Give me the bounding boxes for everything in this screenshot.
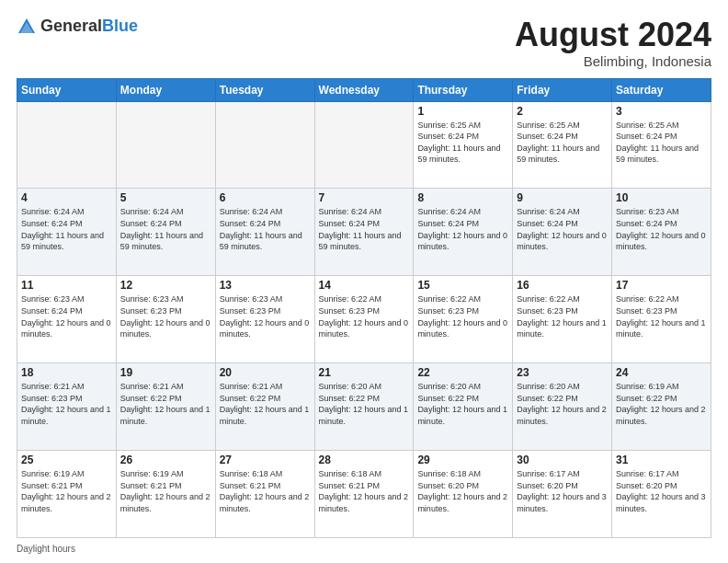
day-info: Sunrise: 6:18 AMSunset: 6:20 PMDaylight:… (417, 468, 508, 514)
calendar-cell: 15Sunrise: 6:22 AMSunset: 6:23 PMDayligh… (414, 276, 513, 363)
calendar-week-row: 1Sunrise: 6:25 AMSunset: 6:24 PMDaylight… (17, 101, 711, 189)
day-info: Sunrise: 6:24 AMSunset: 6:24 PMDaylight:… (417, 206, 508, 252)
day-number: 7 (319, 191, 410, 204)
footer: Daylight hours (17, 544, 711, 554)
calendar-cell: 22Sunrise: 6:20 AMSunset: 6:22 PMDayligh… (414, 363, 513, 451)
day-number: 18 (21, 366, 112, 379)
daylight-label: Daylight hours (17, 544, 75, 554)
calendar-cell: 25Sunrise: 6:19 AMSunset: 6:21 PMDayligh… (17, 451, 117, 538)
day-info: Sunrise: 6:25 AMSunset: 6:24 PMDaylight:… (417, 120, 508, 166)
day-number: 3 (616, 105, 707, 118)
calendar-cell (215, 101, 314, 189)
day-info: Sunrise: 6:20 AMSunset: 6:22 PMDaylight:… (319, 381, 410, 427)
day-info: Sunrise: 6:20 AMSunset: 6:22 PMDaylight:… (417, 381, 508, 427)
day-number: 17 (616, 279, 707, 292)
day-number: 1 (417, 105, 508, 118)
calendar-cell: 20Sunrise: 6:21 AMSunset: 6:22 PMDayligh… (215, 363, 314, 451)
day-info: Sunrise: 6:22 AMSunset: 6:23 PMDaylight:… (319, 293, 410, 339)
day-info: Sunrise: 6:24 AMSunset: 6:24 PMDaylight:… (220, 206, 311, 252)
day-info: Sunrise: 6:17 AMSunset: 6:20 PMDaylight:… (517, 468, 608, 514)
day-info: Sunrise: 6:24 AMSunset: 6:24 PMDaylight:… (517, 206, 608, 252)
day-info: Sunrise: 6:21 AMSunset: 6:23 PMDaylight:… (21, 381, 112, 427)
calendar-week-row: 18Sunrise: 6:21 AMSunset: 6:23 PMDayligh… (17, 363, 711, 451)
day-number: 25 (21, 454, 112, 466)
day-info: Sunrise: 6:24 AMSunset: 6:24 PMDaylight:… (21, 206, 112, 252)
day-info: Sunrise: 6:22 AMSunset: 6:23 PMDaylight:… (616, 293, 707, 339)
header: GeneralBlue August 2024 Belimbing, Indon… (17, 17, 711, 69)
page: GeneralBlue August 2024 Belimbing, Indon… (0, 0, 728, 563)
calendar-day-header: Monday (116, 78, 215, 101)
day-number: 4 (21, 191, 112, 204)
day-number: 14 (319, 279, 410, 292)
calendar-cell: 23Sunrise: 6:20 AMSunset: 6:22 PMDayligh… (513, 363, 612, 451)
calendar-cell: 3Sunrise: 6:25 AMSunset: 6:24 PMDaylight… (612, 101, 711, 189)
calendar-header-row: SundayMondayTuesdayWednesdayThursdayFrid… (17, 78, 711, 101)
day-info: Sunrise: 6:18 AMSunset: 6:21 PMDaylight:… (220, 468, 311, 514)
day-info: Sunrise: 6:21 AMSunset: 6:22 PMDaylight:… (220, 381, 311, 427)
calendar-cell: 28Sunrise: 6:18 AMSunset: 6:21 PMDayligh… (314, 451, 414, 538)
day-info: Sunrise: 6:23 AMSunset: 6:23 PMDaylight:… (120, 293, 211, 339)
calendar-cell: 18Sunrise: 6:21 AMSunset: 6:23 PMDayligh… (17, 363, 117, 451)
calendar-cell: 27Sunrise: 6:18 AMSunset: 6:21 PMDayligh… (215, 451, 314, 538)
calendar-cell: 9Sunrise: 6:24 AMSunset: 6:24 PMDaylight… (513, 189, 612, 276)
day-info: Sunrise: 6:19 AMSunset: 6:21 PMDaylight:… (120, 468, 211, 514)
day-info: Sunrise: 6:25 AMSunset: 6:24 PMDaylight:… (517, 120, 608, 166)
calendar-day-header: Sunday (17, 78, 117, 101)
day-number: 22 (417, 366, 508, 379)
day-info: Sunrise: 6:23 AMSunset: 6:23 PMDaylight:… (220, 293, 311, 339)
calendar-table: SundayMondayTuesdayWednesdayThursdayFrid… (17, 78, 711, 538)
day-info: Sunrise: 6:24 AMSunset: 6:24 PMDaylight:… (120, 206, 211, 252)
calendar-week-row: 4Sunrise: 6:24 AMSunset: 6:24 PMDaylight… (17, 189, 711, 276)
title-block: August 2024 Belimbing, Indonesia (515, 17, 711, 69)
calendar-cell: 6Sunrise: 6:24 AMSunset: 6:24 PMDaylight… (215, 189, 314, 276)
calendar-body: 1Sunrise: 6:25 AMSunset: 6:24 PMDaylight… (17, 101, 711, 537)
calendar-cell: 21Sunrise: 6:20 AMSunset: 6:22 PMDayligh… (314, 363, 414, 451)
day-number: 31 (616, 454, 707, 466)
day-info: Sunrise: 6:22 AMSunset: 6:23 PMDaylight:… (417, 293, 508, 339)
calendar-cell (314, 101, 414, 189)
logo-general: General (40, 17, 102, 35)
day-number: 23 (517, 366, 608, 379)
page-title: August 2024 (515, 17, 711, 53)
day-number: 16 (517, 279, 608, 292)
day-number: 21 (319, 366, 410, 379)
logo: GeneralBlue (17, 17, 138, 37)
day-info: Sunrise: 6:19 AMSunset: 6:21 PMDaylight:… (21, 468, 112, 514)
calendar-cell (17, 101, 117, 189)
calendar-cell: 4Sunrise: 6:24 AMSunset: 6:24 PMDaylight… (17, 189, 117, 276)
calendar-cell: 17Sunrise: 6:22 AMSunset: 6:23 PMDayligh… (612, 276, 711, 363)
day-number: 28 (319, 454, 410, 466)
calendar-day-header: Friday (513, 78, 612, 101)
calendar-cell: 7Sunrise: 6:24 AMSunset: 6:24 PMDaylight… (314, 189, 414, 276)
day-info: Sunrise: 6:22 AMSunset: 6:23 PMDaylight:… (517, 293, 608, 339)
day-number: 19 (120, 366, 211, 379)
calendar-cell: 13Sunrise: 6:23 AMSunset: 6:23 PMDayligh… (215, 276, 314, 363)
day-number: 5 (120, 191, 211, 204)
calendar-day-header: Saturday (612, 78, 711, 101)
calendar-cell: 1Sunrise: 6:25 AMSunset: 6:24 PMDaylight… (414, 101, 513, 189)
day-number: 20 (220, 366, 311, 379)
day-number: 15 (417, 279, 508, 292)
day-number: 29 (417, 454, 508, 466)
calendar-cell: 11Sunrise: 6:23 AMSunset: 6:24 PMDayligh… (17, 276, 117, 363)
day-info: Sunrise: 6:18 AMSunset: 6:21 PMDaylight:… (319, 468, 410, 514)
page-location: Belimbing, Indonesia (515, 53, 711, 69)
calendar-cell: 29Sunrise: 6:18 AMSunset: 6:20 PMDayligh… (414, 451, 513, 538)
day-info: Sunrise: 6:19 AMSunset: 6:22 PMDaylight:… (616, 381, 707, 427)
day-number: 13 (220, 279, 311, 292)
day-info: Sunrise: 6:17 AMSunset: 6:20 PMDaylight:… (616, 468, 707, 514)
day-info: Sunrise: 6:23 AMSunset: 6:24 PMDaylight:… (616, 206, 707, 252)
calendar-cell: 26Sunrise: 6:19 AMSunset: 6:21 PMDayligh… (116, 451, 215, 538)
calendar-cell (116, 101, 215, 189)
day-number: 24 (616, 366, 707, 379)
day-number: 12 (120, 279, 211, 292)
calendar-cell: 8Sunrise: 6:24 AMSunset: 6:24 PMDaylight… (414, 189, 513, 276)
day-info: Sunrise: 6:24 AMSunset: 6:24 PMDaylight:… (319, 206, 410, 252)
day-number: 6 (220, 191, 311, 204)
calendar-day-header: Wednesday (314, 78, 414, 101)
day-number: 10 (616, 191, 707, 204)
calendar-cell: 5Sunrise: 6:24 AMSunset: 6:24 PMDaylight… (116, 189, 215, 276)
day-number: 26 (120, 454, 211, 466)
day-info: Sunrise: 6:20 AMSunset: 6:22 PMDaylight:… (517, 381, 608, 427)
day-info: Sunrise: 6:23 AMSunset: 6:24 PMDaylight:… (21, 293, 112, 339)
